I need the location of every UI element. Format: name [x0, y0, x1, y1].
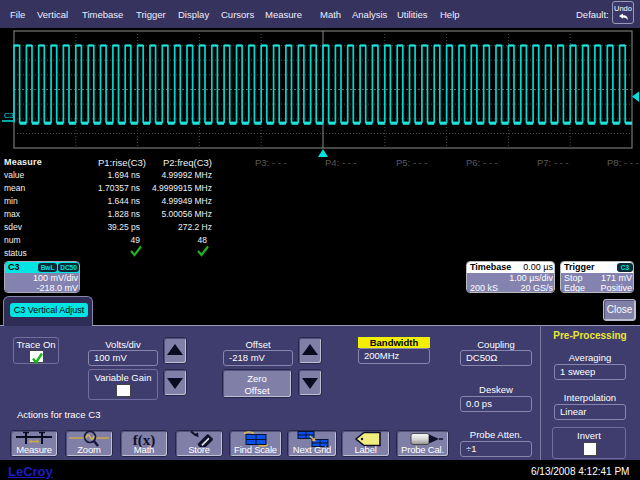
svg-text:C3: C3	[4, 111, 15, 120]
